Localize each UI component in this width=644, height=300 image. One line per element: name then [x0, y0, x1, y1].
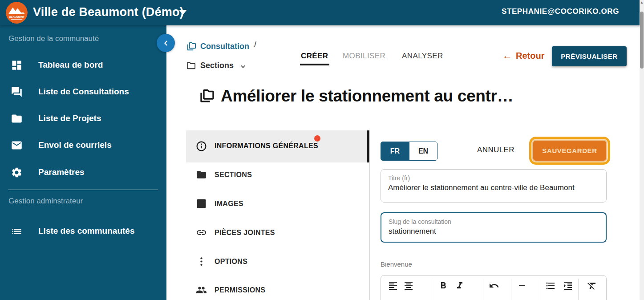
sidebar-item-label: Tableau de bord: [38, 60, 103, 70]
chevron-left-icon: [162, 39, 170, 47]
section-tab-pieces-jointes[interactable]: PIÈCES JOINTES: [186, 224, 367, 242]
sidebar-divider: [8, 190, 158, 190]
language-toggle: FR EN: [381, 142, 437, 161]
save-button[interactable]: SAUVEGARDER: [532, 140, 607, 162]
topbar: BEAUMONT Ville de Beaumont (Démo) STEPHA…: [0, 0, 644, 25]
welcome-field-label: Bienvenue: [381, 260, 412, 268]
preview-button[interactable]: PRÉVISUALISER: [552, 46, 627, 66]
folder-copy-icon: [186, 41, 196, 52]
clear-format-icon[interactable]: [587, 280, 597, 291]
section-tab-label: OPTIONS: [215, 258, 247, 266]
tab-creer[interactable]: CRÉER: [301, 52, 328, 61]
breadcrumb-consultation[interactable]: Consultation /: [186, 41, 256, 52]
scrollbar-thumb[interactable]: [640, 12, 644, 69]
sidebar-item-label: Liste de Consultations: [38, 87, 129, 97]
slug-field-value: stationnement: [389, 227, 599, 236]
section-tabs-divider: [369, 162, 370, 300]
info-icon: [196, 141, 207, 152]
folder-copy-icon: [198, 88, 215, 104]
bold-icon[interactable]: [438, 280, 449, 291]
scrollbar-up-arrow-icon[interactable]: ▲: [640, 0, 644, 5]
user-email[interactable]: STEPHANIE@COCORIKO.ORG: [502, 7, 619, 16]
toolbar-separator: [432, 279, 432, 300]
undo-icon[interactable]: [489, 280, 499, 291]
slug-field[interactable]: Slug de la consultation stationnement: [381, 212, 607, 243]
vertical-scrollbar[interactable]: ▲: [640, 0, 644, 300]
sidebar-item-parametres[interactable]: Paramètres: [0, 164, 166, 182]
tab-analyser[interactable]: ANALYSER: [402, 52, 443, 61]
app-window: BEAUMONT Ville de Beaumont (Démo) STEPHA…: [0, 0, 644, 300]
main-content: Consultation / Sections CRÉER MOBILISER …: [166, 25, 640, 300]
folder-outline-icon: [186, 61, 196, 71]
lang-en-button[interactable]: EN: [409, 142, 437, 160]
beaumont-logo-icon: BEAUMONT: [6, 2, 28, 24]
align-center-icon[interactable]: [403, 280, 414, 291]
section-tab-label: PIÈCES JOINTES: [215, 229, 275, 237]
folder-outline-icon: [196, 169, 207, 180]
svg-text:BEAUMONT: BEAUMONT: [9, 16, 24, 18]
folder-icon: [11, 113, 23, 125]
slug-field-label: Slug de la consultation: [389, 218, 599, 225]
sidebar-section-admin: Gestion adminstrateur: [8, 197, 83, 206]
community-logo[interactable]: BEAUMONT: [6, 2, 28, 24]
breadcrumb-level2-label: Sections: [200, 61, 234, 70]
image-icon: [196, 198, 207, 209]
sidebar-item-liste-de-projets[interactable]: Liste de Projets: [0, 110, 166, 128]
cancel-button[interactable]: ANNULER: [477, 146, 514, 154]
italic-icon[interactable]: [454, 280, 465, 291]
welcome-richtext-editor[interactable]: [381, 275, 607, 300]
title-fr-field-value: Améliorer le stationnement au centre-vil…: [388, 183, 599, 192]
community-name[interactable]: Ville de Beaumont (Démo): [33, 5, 184, 19]
back-link[interactable]: ← Retour: [502, 50, 544, 61]
list-icon: [11, 225, 23, 237]
toolbar-separator: [578, 279, 579, 300]
section-tab-sections[interactable]: SECTIONS: [186, 166, 367, 184]
sidebar-item-liste-de-consultations[interactable]: Liste de Consultations: [0, 83, 166, 101]
sidebar-item-label: Liste de Projets: [38, 114, 101, 123]
sidebar-item-label: Envoi de courriels: [38, 140, 112, 150]
section-tab-label: IMAGES: [215, 200, 243, 208]
back-arrow-icon: ←: [502, 50, 512, 61]
indent-increase-icon[interactable]: [563, 280, 573, 291]
back-label: Retour: [516, 51, 544, 61]
sidebar: Gestion de la communauté Tableau de bord…: [0, 25, 166, 300]
align-left-icon[interactable]: [388, 280, 398, 291]
link-icon: [196, 227, 207, 238]
sidebar-item-label: Liste des communautés: [38, 226, 134, 236]
bulleted-list-icon[interactable]: [545, 280, 556, 291]
title-fr-field-label: Titre (fr): [388, 174, 599, 182]
breadcrumb-sections-dropdown[interactable]: Sections: [186, 61, 247, 71]
consultations-icon: [11, 86, 23, 98]
sidebar-item-envoi-de-courriels[interactable]: Envoi de courriels: [0, 137, 166, 154]
sidebar-item-liste-des-communautes[interactable]: Liste des communautés: [0, 223, 166, 240]
toolbar-separator: [540, 279, 540, 300]
section-tab-label: INFORMATIONS GÉNÉRALES: [215, 142, 318, 150]
breadcrumb-level1-label: Consultation: [200, 42, 249, 51]
sidebar-section-community: Gestion de la communauté: [8, 34, 99, 43]
unsaved-changes-badge: [314, 135, 320, 142]
section-tab-informations-generales[interactable]: INFORMATIONS GÉNÉRALES: [186, 130, 367, 162]
tab-mobiliser[interactable]: MOBILISER: [343, 52, 385, 61]
lang-fr-button[interactable]: FR: [381, 142, 409, 160]
active-tab-indicator: [367, 130, 369, 162]
section-tab-permissions[interactable]: PERMISSIONS: [186, 281, 367, 299]
sidebar-collapse-button[interactable]: [157, 34, 175, 52]
breadcrumb-separator: /: [254, 40, 256, 49]
page-title: Améliorer le stationnement au centr…: [221, 87, 513, 105]
chevron-down-icon: [239, 63, 247, 70]
sidebar-item-tableau-de-bord[interactable]: Tableau de bord: [0, 57, 166, 74]
people-icon: [196, 284, 207, 296]
section-tab-images[interactable]: IMAGES: [186, 195, 367, 213]
page-title-row: Améliorer le stationnement au centr…: [198, 87, 513, 105]
mail-icon: [11, 139, 23, 151]
section-tab-label: PERMISSIONS: [215, 286, 265, 294]
toolbar-separator: [483, 279, 483, 300]
section-tab-label: SECTIONS: [215, 171, 252, 179]
gear-icon: [11, 166, 23, 178]
horizontal-rule-icon[interactable]: [517, 280, 527, 291]
toolbar-separator: [511, 279, 511, 300]
community-dropdown-caret-icon[interactable]: [179, 10, 187, 15]
kebab-vertical-icon: [196, 256, 207, 267]
section-tab-options[interactable]: OPTIONS: [186, 253, 367, 271]
title-fr-field[interactable]: Titre (fr) Améliorer le stationnement au…: [381, 169, 607, 203]
